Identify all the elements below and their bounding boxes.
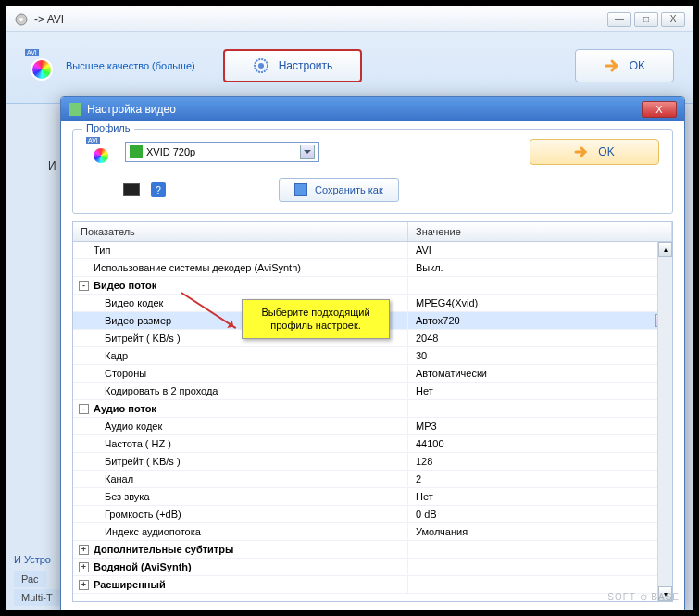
disk-icon xyxy=(294,183,307,196)
dialog-titlebar: Настройка видео X xyxy=(61,97,684,121)
tree-toggle-icon[interactable]: + xyxy=(79,545,89,555)
table-row[interactable]: Индекс аудиопотокаУмолчания xyxy=(73,523,672,541)
gear-icon xyxy=(253,57,269,74)
svg-point-1 xyxy=(19,18,23,21)
video-settings-dialog: Настройка видео X Профиль XVID 720p xyxy=(60,96,685,610)
row-value: Выкл. xyxy=(416,262,443,273)
row-value: Автох720 xyxy=(416,315,460,326)
row-key: Видео кодек xyxy=(105,297,163,308)
row-value: 2048 xyxy=(416,333,438,344)
row-key: Аудио кодек xyxy=(105,421,162,432)
table-row[interactable]: -Видео поток xyxy=(73,277,672,295)
row-key: Видео поток xyxy=(94,280,156,291)
save-as-button[interactable]: Сохранить как xyxy=(279,178,399,202)
grid-header-key[interactable]: Показатель xyxy=(73,222,408,241)
table-row[interactable]: +Водяной (AviSynth) xyxy=(73,559,672,576)
row-value: 128 xyxy=(416,456,432,467)
arrow-right-icon xyxy=(574,145,589,159)
bg-multi-tab[interactable]: Multi-T xyxy=(14,589,60,606)
settings-grid: Показатель Значение ТипAVIИспользование … xyxy=(72,221,673,602)
main-toolbar: Высшее качество (больше) Настроить OK xyxy=(6,32,693,99)
watermark: SOFT ⊙ BASE xyxy=(607,592,680,602)
row-value: Нет xyxy=(416,385,433,396)
table-row[interactable]: Битрейт ( KB/s )128 xyxy=(73,453,672,471)
main-titlebar: -> AVI — □ X xyxy=(6,6,693,32)
profile-fieldset: Профиль XVID 720p OK xyxy=(72,129,673,214)
grid-header: Показатель Значение xyxy=(73,222,672,242)
main-window: -> AVI — □ X Высшее качество (больше) На… xyxy=(6,6,693,104)
bg-device-label: И Устро xyxy=(14,554,51,565)
row-value: MPEG4(Xvid) xyxy=(416,297,478,308)
help-icon[interactable]: ? xyxy=(151,182,166,197)
row-value: 2 xyxy=(416,473,421,484)
callout-line2: профиль настроек. xyxy=(250,319,381,332)
table-row[interactable]: Громкость (+dB)0 dB xyxy=(73,506,672,523)
configure-button-label: Настроить xyxy=(279,59,333,72)
app-icon xyxy=(14,12,29,27)
row-key: Частота ( HZ ) xyxy=(105,438,171,449)
row-key: Аудио поток xyxy=(94,403,156,414)
dialog-close-button[interactable]: X xyxy=(642,101,677,118)
table-row[interactable]: +Дополнительные субтитры xyxy=(73,541,672,559)
row-key: Тип xyxy=(94,245,110,256)
callout-tooltip: Выберите подходящий профиль настроек. xyxy=(242,299,390,339)
main-ok-button[interactable]: OK xyxy=(575,49,674,82)
scrollbar[interactable]: ▴ ▾ xyxy=(657,242,672,601)
bg-im-label: И xyxy=(48,159,56,172)
row-key: Кадр xyxy=(105,350,128,361)
row-key: Битрейт ( KB/s ) xyxy=(105,456,181,467)
table-row[interactable]: -Аудио поток xyxy=(73,400,672,418)
grid-header-value[interactable]: Значение xyxy=(408,222,672,241)
row-key: Индекс аудиопотока xyxy=(105,526,201,537)
console-icon[interactable] xyxy=(123,183,140,196)
close-button[interactable]: X xyxy=(661,12,685,27)
minimize-button[interactable]: — xyxy=(607,12,631,27)
row-value: 30 xyxy=(416,350,427,361)
table-row[interactable]: Частота ( HZ )44100 xyxy=(73,435,672,453)
row-key: Канал xyxy=(105,473,133,484)
film-icon xyxy=(130,145,143,158)
save-as-label: Сохранить как xyxy=(315,184,383,195)
row-value: 0 dB xyxy=(416,509,437,520)
configure-button[interactable]: Настроить xyxy=(223,49,363,82)
row-value: AVI xyxy=(416,245,431,256)
row-value: Нет xyxy=(416,491,433,502)
main-ok-label: OK xyxy=(630,59,645,72)
row-value: Автоматически xyxy=(416,368,487,379)
tree-toggle-icon[interactable]: + xyxy=(79,562,89,572)
tree-toggle-icon[interactable]: + xyxy=(79,580,89,590)
tree-toggle-icon[interactable]: - xyxy=(79,281,89,291)
table-row[interactable]: СтороныАвтоматически xyxy=(73,365,672,383)
row-key: Битрейт ( KB/s ) xyxy=(105,333,181,344)
table-row[interactable]: Кодировать в 2 проходаНет xyxy=(73,383,672,400)
bg-ras-tab[interactable]: Рас xyxy=(14,571,46,587)
row-key: Видео размер xyxy=(105,315,171,326)
table-row[interactable]: Без звукаНет xyxy=(73,488,672,506)
row-value: MP3 xyxy=(416,421,437,432)
table-row[interactable]: Канал2 xyxy=(73,471,672,488)
table-row[interactable]: Использование системы декодер (AviSynth)… xyxy=(73,259,672,277)
table-row[interactable]: Кадр30 xyxy=(73,347,672,365)
maximize-button[interactable]: □ xyxy=(634,12,658,27)
dropdown-button[interactable] xyxy=(300,145,315,159)
table-row[interactable]: ТипAVI xyxy=(73,242,672,259)
tree-toggle-icon[interactable]: - xyxy=(79,404,89,414)
row-key: Кодировать в 2 прохода xyxy=(105,385,218,396)
quality-label: Высшее качество (больше) xyxy=(66,60,195,71)
row-value: 44100 xyxy=(416,438,444,449)
dialog-ok-button[interactable]: OK xyxy=(530,139,659,165)
avi-format-icon-small xyxy=(86,139,112,165)
dialog-icon xyxy=(69,103,81,116)
profile-select-value: XVID 720p xyxy=(146,146,195,157)
scroll-up-button[interactable]: ▴ xyxy=(658,242,672,257)
svg-point-3 xyxy=(258,63,264,69)
row-value: Умолчания xyxy=(416,526,468,537)
table-row[interactable]: Аудио кодекMP3 xyxy=(73,418,672,435)
dialog-title: Настройка видео xyxy=(87,103,176,116)
table-row[interactable]: +Расширенный xyxy=(73,576,672,594)
avi-format-icon xyxy=(25,51,55,81)
row-key: Использование системы декодер (AviSynth) xyxy=(94,262,301,273)
profile-select[interactable]: XVID 720p xyxy=(125,142,319,162)
row-key: Расширенный xyxy=(94,579,166,590)
row-key: Стороны xyxy=(105,368,146,379)
